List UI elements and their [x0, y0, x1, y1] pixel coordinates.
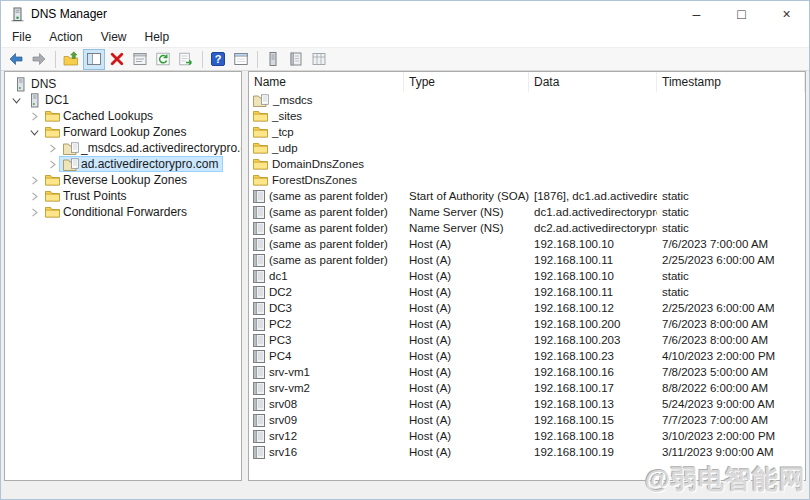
cell-name: srv09: [249, 414, 404, 427]
maximize-button[interactable]: □: [719, 1, 764, 27]
tree-item-ad-activedirectorypro-com[interactable]: ad.activedirectorypro.com: [5, 156, 241, 172]
table-row[interactable]: (same as parent folder)Host (A)192.168.1…: [249, 252, 805, 268]
notebook-icon[interactable]: [285, 49, 307, 70]
column-header-data[interactable]: Data: [529, 72, 657, 92]
table-row[interactable]: srv16Host (A)192.168.100.193/11/2023 9:0…: [249, 444, 805, 460]
column-header-name[interactable]: Name: [249, 72, 404, 92]
menu-file[interactable]: File: [3, 28, 40, 46]
dns-manager-app-icon: [10, 7, 25, 22]
properties-icon[interactable]: [129, 49, 151, 70]
cell-data: 192.168.100.11: [529, 254, 657, 266]
menu-action[interactable]: Action: [40, 28, 91, 46]
up-one-level-icon[interactable]: [60, 49, 82, 70]
record-name: DC2: [269, 286, 292, 298]
record-name: _tcp: [272, 126, 294, 138]
tree-item-cached-lookups[interactable]: Cached Lookups: [5, 108, 241, 124]
table-row[interactable]: _udp: [249, 140, 805, 156]
cell-type: Host (A): [404, 254, 529, 266]
table-row[interactable]: srv-vm2Host (A)192.168.100.178/8/2022 6:…: [249, 380, 805, 396]
chevron-right-icon[interactable]: [45, 160, 59, 169]
back-icon[interactable]: [5, 49, 27, 70]
record-name: PC3: [269, 334, 291, 346]
table-row[interactable]: _sites: [249, 108, 805, 124]
tree-item-conditional-forwarders[interactable]: Conditional Forwarders: [5, 204, 241, 220]
cell-type: Host (A): [404, 334, 529, 346]
cell-data: 192.168.100.11: [529, 286, 657, 298]
cell-timestamp: static: [657, 206, 805, 218]
tree-item-label: Reverse Lookup Zones: [63, 173, 189, 187]
tree-item-forward-lookup-zones[interactable]: Forward Lookup Zones: [5, 124, 241, 140]
record-icon: [253, 286, 265, 299]
column-header-timestamp[interactable]: Timestamp: [657, 72, 805, 92]
cell-data: 192.168.100.13: [529, 398, 657, 410]
menu-help[interactable]: Help: [136, 28, 179, 46]
window-controls: –□×: [674, 1, 809, 27]
filter-icon[interactable]: [308, 49, 330, 70]
table-row[interactable]: DomainDnsZones: [249, 156, 805, 172]
cell-data: [1876], dc1.ad.activedirect...: [529, 190, 657, 202]
server-status-icon[interactable]: [262, 49, 284, 70]
tree-item-reverse-lookup-zones[interactable]: Reverse Lookup Zones: [5, 172, 241, 188]
export-list-icon[interactable]: [175, 49, 197, 70]
chevron-right-icon[interactable]: [45, 144, 59, 153]
table-row[interactable]: ForestDnsZones: [249, 172, 805, 188]
forward-icon[interactable]: [28, 49, 50, 70]
chevron-right-icon[interactable]: [27, 208, 41, 217]
table-row[interactable]: dc1Host (A)192.168.100.10static: [249, 268, 805, 284]
record-icon: [253, 414, 265, 427]
refresh-icon[interactable]: [152, 49, 174, 70]
cell-name: DC3: [249, 302, 404, 315]
tree-item-trust-points[interactable]: Trust Points: [5, 188, 241, 204]
record-name: (same as parent folder): [269, 190, 388, 202]
table-row[interactable]: (same as parent folder)Name Server (NS)d…: [249, 220, 805, 236]
table-row[interactable]: (same as parent folder)Name Server (NS)d…: [249, 204, 805, 220]
cell-name: srv-vm2: [249, 382, 404, 395]
tree-item-msdcs-ad-activedirectorypro-com[interactable]: _msdcs.ad.activedirectorypro.com: [5, 140, 241, 156]
table-row[interactable]: (same as parent folder)Host (A)192.168.1…: [249, 236, 805, 252]
cell-timestamp: static: [657, 286, 805, 298]
chevron-right-icon[interactable]: [27, 176, 41, 185]
table-row[interactable]: PC2Host (A)192.168.100.2007/6/2023 8:00:…: [249, 316, 805, 332]
table-row[interactable]: srv-vm1Host (A)192.168.100.167/8/2023 5:…: [249, 364, 805, 380]
table-row[interactable]: DC3Host (A)192.168.100.122/25/2023 6:00:…: [249, 300, 805, 316]
close-button[interactable]: ×: [764, 1, 809, 27]
cell-name: _sites: [249, 110, 404, 122]
table-row[interactable]: srv12Host (A)192.168.100.183/10/2023 2:0…: [249, 428, 805, 444]
cell-timestamp: 4/10/2023 2:00:00 PM: [657, 350, 805, 362]
cell-type: Name Server (NS): [404, 222, 529, 234]
chevron-down-icon[interactable]: [9, 96, 23, 105]
show-console-tree-icon[interactable]: [83, 49, 105, 70]
table-row[interactable]: srv09Host (A)192.168.100.157/7/2023 7:00…: [249, 412, 805, 428]
cell-timestamp: static: [657, 190, 805, 202]
menu-view[interactable]: View: [92, 28, 136, 46]
tree-item-dns[interactable]: DNS: [5, 76, 241, 92]
table-row[interactable]: _tcp: [249, 124, 805, 140]
main-content: DNSDC1Cached LookupsForward Lookup Zones…: [1, 71, 809, 481]
toolbar: ?: [1, 47, 809, 71]
tree-item-dc1[interactable]: DC1: [5, 92, 241, 108]
new-window-icon[interactable]: [230, 49, 252, 70]
folder-icon: [253, 126, 268, 138]
table-row[interactable]: (same as parent folder)Start of Authorit…: [249, 188, 805, 204]
tree-item-label: Forward Lookup Zones: [63, 125, 188, 139]
tree-item-label: _msdcs.ad.activedirectorypro.com: [81, 141, 242, 155]
console-tree-panel: DNSDC1Cached LookupsForward Lookup Zones…: [4, 71, 242, 481]
delete-icon[interactable]: [106, 49, 128, 70]
minimize-button[interactable]: –: [674, 1, 719, 27]
table-row[interactable]: PC4Host (A)192.168.100.234/10/2023 2:00:…: [249, 348, 805, 364]
column-header-type[interactable]: Type: [404, 72, 529, 92]
table-row[interactable]: srv08Host (A)192.168.100.135/24/2023 9:0…: [249, 396, 805, 412]
chevron-right-icon[interactable]: [27, 112, 41, 121]
cell-data: dc1.ad.activedirectorypro....: [529, 206, 657, 218]
table-row[interactable]: PC3Host (A)192.168.100.2037/6/2023 8:00:…: [249, 332, 805, 348]
table-row[interactable]: _msdcs: [249, 92, 805, 108]
cell-name: DomainDnsZones: [249, 158, 404, 170]
record-name: srv-vm2: [269, 382, 310, 394]
cell-data: 192.168.100.15: [529, 414, 657, 426]
table-row[interactable]: DC2Host (A)192.168.100.11static: [249, 284, 805, 300]
cell-timestamp: 2/25/2023 6:00:00 AM: [657, 302, 805, 314]
tree-item-label: ad.activedirectorypro.com: [81, 157, 220, 171]
chevron-right-icon[interactable]: [27, 192, 41, 201]
help-icon[interactable]: ?: [207, 49, 229, 70]
chevron-down-icon[interactable]: [27, 128, 41, 137]
